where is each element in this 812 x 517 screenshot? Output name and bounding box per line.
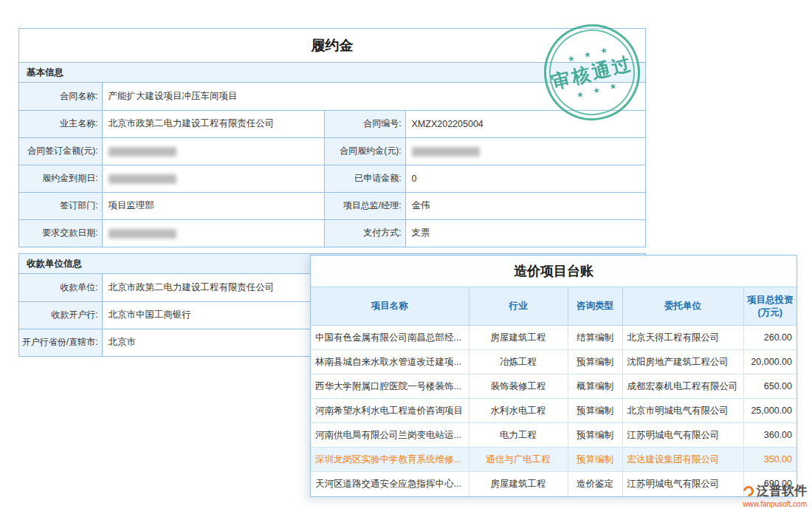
redacted-blob: [412, 147, 480, 157]
owner-name-label: 业主名称:: [19, 110, 102, 137]
fanpu-logo-url: www.fanpusoft.com: [743, 500, 807, 508]
consult-type-cell: 预算编制: [568, 350, 622, 374]
contract-no-value: XMZX202205004: [405, 110, 645, 137]
bond-due-date-value: [102, 165, 324, 192]
fanpu-logo-row: 泛普软件: [743, 482, 807, 499]
client-cell: 江苏明城电气有限公司: [622, 472, 743, 496]
consult-type-cell: 预算编制: [568, 448, 622, 472]
project-name-link[interactable]: 深圳龙岗区实验中学教育系统维修...: [311, 448, 469, 472]
client-cell: 成都宏泰机电工程有限公司: [622, 374, 743, 399]
industry-cell: 装饰装修工程: [469, 374, 568, 399]
ledger-table: 项目名称 行业 咨询类型 委托单位 项目总投资(万元) 中国有色金属有限公司南昌…: [311, 287, 796, 496]
investment-cell: 260.00: [743, 326, 796, 350]
col-header-consult-type: 咨询类型: [568, 287, 622, 326]
col-header-project-name: 项目名称: [311, 287, 469, 326]
form-row: 合同名称: 产能扩大建设项目冲压车间项目: [19, 83, 645, 110]
client-cell: 江苏明城电气有限公司: [622, 423, 743, 448]
industry-cell: 冶炼工程: [469, 350, 568, 374]
bank-province-label: 开户行省份/直辖市:: [19, 329, 102, 356]
form-row: 签订部门: 项目监理部 项目总监/经理: 金伟: [19, 192, 645, 219]
ledger-row[interactable]: 河南希望水利水电工程造价咨询项目 水利水电工程 预算编制 北京市明城电气有限公司…: [311, 399, 796, 423]
ledger-row[interactable]: 天河区道路交通安全应急指挥中心... 房屋建筑工程 造价鉴定 江苏明城电气有限公…: [311, 472, 796, 496]
col-header-client: 委托单位: [622, 287, 743, 326]
ledger-row[interactable]: 林南县城自来水取水管道改迁建项... 冶炼工程 预算编制 沈阳房地产建筑工程公司…: [311, 350, 796, 374]
project-manager-label: 项目总监/经理:: [324, 192, 405, 219]
project-name-link[interactable]: 中国有色金属有限公司南昌总部经...: [311, 326, 469, 350]
form-row: 业主名称: 北京市政第二电力建设工程有限责任公司 合同编号: XMZX20220…: [19, 110, 645, 137]
industry-cell: 电力工程: [469, 423, 568, 448]
redacted-blob: [109, 229, 176, 239]
basic-info-table: 合同名称: 产能扩大建设项目冲压车间项目 业主名称: 北京市政第二电力建设工程有…: [19, 83, 645, 247]
bond-due-date-label: 履约金到期日:: [19, 165, 102, 192]
sign-amount-label: 合同签订金额(元):: [19, 137, 102, 165]
investment-cell: 20,000.00: [743, 350, 796, 374]
cost-ledger-panel: 造价项目台账 项目名称 行业 咨询类型 委托单位 项目总投资(万元) 中国有色金…: [310, 255, 797, 497]
ledger-title: 造价项目台账: [311, 256, 796, 287]
payee-unit-label: 收款单位:: [19, 274, 102, 301]
investment-cell: 25,000.00: [743, 399, 796, 423]
industry-cell: 水利水电工程: [469, 399, 568, 423]
form-row: 履约金到期日: 已申请金额: 0: [19, 165, 645, 192]
industry-cell: 通信与广电工程: [469, 448, 568, 472]
ledger-row-highlighted[interactable]: 深圳龙岗区实验中学教育系统维修... 通信与广电工程 预算编制 宏达建设集团有限…: [311, 448, 796, 472]
applied-amount-value: 0: [405, 165, 645, 192]
ledger-row[interactable]: 河南供电局有限公司兰岗变电站运... 电力工程 预算编制 江苏明城电气有限公司 …: [311, 423, 796, 448]
project-name-link[interactable]: 河南供电局有限公司兰岗变电站运...: [311, 423, 469, 448]
client-cell: 沈阳房地产建筑工程公司: [622, 350, 743, 374]
col-header-investment: 项目总投资(万元): [743, 287, 796, 326]
required-pay-date-value: [102, 219, 324, 247]
contract-name-value: 产能扩大建设项目冲压车间项目: [102, 83, 645, 110]
consult-type-cell: 概算编制: [568, 374, 622, 399]
basic-info-box: 履约金 基本信息 合同名称: 产能扩大建设项目冲压车间项目 业主名称: 北京市政…: [18, 28, 646, 247]
client-cell: 北京市明城电气有限公司: [622, 399, 743, 423]
investment-cell: 350.00: [743, 448, 796, 472]
fanpu-logo-name: 泛普软件: [757, 482, 807, 499]
sign-amount-value: [102, 137, 324, 165]
pay-method-value: 支票: [405, 219, 645, 247]
project-manager-value: 金伟: [405, 192, 645, 219]
project-name-link[interactable]: 河南希望水利水电工程造价咨询项目: [311, 399, 469, 423]
section-header-basic: 基本信息: [19, 63, 645, 83]
industry-cell: 房屋建筑工程: [469, 326, 568, 350]
contract-no-label: 合同编号:: [324, 110, 405, 137]
ledger-row[interactable]: 中国有色金属有限公司南昌总部经... 房屋建筑工程 结算编制 北京天得工程有限公…: [311, 326, 796, 350]
investment-cell: 360.00: [743, 423, 796, 448]
pay-method-label: 支付方式:: [324, 219, 405, 247]
fanpu-logo: 泛普软件 www.fanpusoft.com: [743, 482, 807, 508]
industry-cell: 房屋建筑工程: [469, 472, 568, 496]
bond-amount-label: 合同履约金(元):: [324, 137, 405, 165]
col-header-industry: 行业: [469, 287, 568, 326]
consult-type-cell: 预算编制: [568, 423, 622, 448]
form-row: 合同签订金额(元): 合同履约金(元):: [19, 137, 645, 165]
fanpu-logo-icon: [741, 484, 756, 499]
payee-bank-label: 收款开户行:: [19, 301, 102, 329]
applied-amount-label: 已申请金额:: [324, 165, 405, 192]
client-cell: 宏达建设集团有限公司: [622, 448, 743, 472]
investment-cell: 650.00: [743, 374, 796, 399]
redacted-blob: [109, 147, 176, 157]
ledger-row[interactable]: 西华大学附属口腔医院一号楼装饰... 装饰装修工程 概算编制 成都宏泰机电工程有…: [311, 374, 796, 399]
form-row: 要求交款日期: 支付方式: 支票: [19, 219, 645, 247]
page-title: 履约金: [19, 29, 645, 63]
project-name-link[interactable]: 林南县城自来水取水管道改迁建项...: [311, 350, 469, 374]
consult-type-cell: 造价鉴定: [568, 472, 622, 496]
ledger-header-row: 项目名称 行业 咨询类型 委托单位 项目总投资(万元): [311, 287, 796, 326]
sign-dept-label: 签订部门:: [19, 192, 102, 219]
required-pay-date-label: 要求交款日期:: [19, 219, 102, 247]
owner-name-value: 北京市政第二电力建设工程有限责任公司: [102, 110, 324, 137]
project-name-link[interactable]: 西华大学附属口腔医院一号楼装饰...: [311, 374, 469, 399]
sign-dept-value: 项目监理部: [102, 192, 324, 219]
bond-amount-value: [405, 137, 645, 165]
consult-type-cell: 结算编制: [568, 326, 622, 350]
redacted-blob: [109, 174, 176, 184]
client-cell: 北京天得工程有限公司: [622, 326, 743, 350]
project-name-link[interactable]: 天河区道路交通安全应急指挥中心...: [311, 472, 469, 496]
contract-name-label: 合同名称:: [19, 83, 102, 110]
consult-type-cell: 预算编制: [568, 399, 622, 423]
